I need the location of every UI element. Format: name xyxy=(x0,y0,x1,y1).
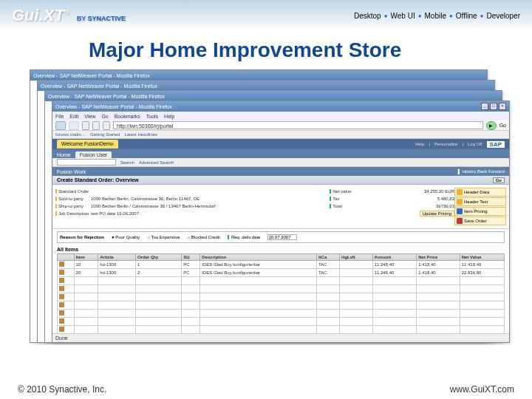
welcome-tab[interactable]: Welcome FusionDemo xyxy=(57,140,118,149)
status-bar: Done xyxy=(52,333,509,342)
url-bar[interactable]: http://iwn:50300/irj/portal xyxy=(113,121,483,129)
nav-developer[interactable]: Developer xyxy=(486,12,520,20)
reason-title: Reason for Rejection xyxy=(60,235,104,239)
personalize-link[interactable]: Personalize xyxy=(434,142,457,146)
nav-offline[interactable]: Offline xyxy=(456,12,477,20)
all-items: All Items ItemArticleOrder QtySUDescript… xyxy=(57,245,505,334)
table-row[interactable] xyxy=(58,293,505,301)
req-deliv-label: Req. deliv.date xyxy=(228,235,261,239)
maximize-icon[interactable]: □ xyxy=(490,103,497,110)
slide-title: Major Home Improvement Store xyxy=(0,31,532,69)
table-row[interactable] xyxy=(58,277,505,285)
menu-bookmarks[interactable]: Bookmarks xyxy=(115,114,140,119)
footer-url: www.GuiXT.com xyxy=(450,384,514,395)
form-header: Create Standard Order: Overview Go xyxy=(52,176,509,185)
nav-mobile[interactable]: Mobile xyxy=(425,12,446,20)
row-icon[interactable] xyxy=(59,270,64,275)
nav-desktop[interactable]: Desktop xyxy=(354,12,381,20)
side-actions: Header Data Header Text Item Pricing Sav… xyxy=(454,188,506,225)
row-icon[interactable] xyxy=(59,302,64,307)
table-row[interactable] xyxy=(58,326,505,334)
forward-button[interactable] xyxy=(69,121,79,130)
bookmark-item[interactable]: Getting Started xyxy=(90,132,120,137)
table-header-row: ItemArticleOrder QtySUDescriptionItCaHgL… xyxy=(58,254,505,261)
tab-home[interactable]: Home xyxy=(52,151,75,158)
logo: Gui.XT® BY SYNACTIVE xyxy=(12,6,126,25)
stop-button[interactable] xyxy=(92,121,100,130)
close-icon[interactable]: × xyxy=(499,103,506,110)
text-icon xyxy=(457,199,463,205)
menu-view[interactable]: View xyxy=(84,114,95,119)
back-button[interactable] xyxy=(55,121,66,130)
radio-poor-quality[interactable]: ● Poor Quality xyxy=(112,235,140,239)
window-stack: Overview - SAP NetWeaver Portal - Mozill… xyxy=(30,69,502,350)
sap-logo: SAP xyxy=(487,141,505,148)
req-deliv-date-input[interactable] xyxy=(267,234,297,240)
form-area: Standard Order Sold-to party1000 Becker … xyxy=(52,185,509,229)
advanced-search-link[interactable]: Advanced Search xyxy=(139,160,174,165)
table-row[interactable] xyxy=(58,318,505,326)
price-icon xyxy=(457,208,463,214)
header-data-button[interactable]: Header Data xyxy=(454,188,506,197)
menu-edit[interactable]: Edit xyxy=(69,114,78,119)
reload-button[interactable] xyxy=(82,121,89,130)
go-button[interactable]: Go xyxy=(493,177,505,183)
tab-fusion-user[interactable]: Fusion User xyxy=(75,151,112,158)
table-row[interactable] xyxy=(58,285,505,293)
table-row[interactable]: 10hd-13001PCIDES Glad Boy konfigurierbar… xyxy=(58,261,505,269)
row-icon[interactable] xyxy=(59,294,64,299)
menu-tools[interactable]: Tools xyxy=(146,114,158,119)
table-row[interactable] xyxy=(58,310,505,318)
minimize-icon[interactable]: _ xyxy=(481,103,488,110)
menu-go[interactable]: Go xyxy=(101,114,108,119)
slide-footer: © 2010 Synactive, Inc. www.GuiXT.com xyxy=(0,384,532,395)
menu-bar: File Edit View Go Bookmarks Tools Help xyxy=(52,112,509,120)
nav-toolbar: http://iwn:50300/irj/portal ▶ Go xyxy=(52,120,509,131)
row-icon[interactable] xyxy=(59,318,64,324)
search-bar: Search Advanced Search xyxy=(52,158,509,167)
row-icon[interactable] xyxy=(59,278,64,283)
portal-header: Welcome FusionDemo Help| Personalize| Lo… xyxy=(52,139,509,149)
search-label[interactable]: Search xyxy=(120,160,134,165)
panel-header: Fusion Work ▌ History Back Forward xyxy=(52,167,509,176)
save-order-button[interactable]: Save Order xyxy=(454,216,506,225)
bookmark-item[interactable]: futures.tradin… xyxy=(55,132,86,137)
sheet-icon xyxy=(457,189,463,195)
slide-header: Gui.XT® BY SYNACTIVE Desktop● Web UI● Mo… xyxy=(0,0,532,31)
radio-blocked-credit[interactable]: ○ Blocked Credit xyxy=(188,235,220,239)
logoff-link[interactable]: Log Off xyxy=(468,142,482,146)
table-row[interactable] xyxy=(58,301,505,310)
bookmark-item[interactable]: Latest Headlines xyxy=(124,132,157,137)
row-icon[interactable] xyxy=(59,286,64,291)
all-items-title: All Items xyxy=(57,245,505,253)
portal-tabs: Home Fusion User xyxy=(52,149,509,158)
browser-window: Overview - SAP NetWeaver Portal - Mozill… xyxy=(52,100,510,343)
menu-file[interactable]: File xyxy=(55,114,64,119)
window-title: Overview - SAP NetWeaver Portal - Mozill… xyxy=(55,104,172,109)
radio-too-expensive[interactable]: ○ Too Expensive xyxy=(147,235,180,239)
row-icon[interactable] xyxy=(59,310,64,316)
item-pricing-button[interactable]: Item Pricing xyxy=(454,207,506,216)
form-title: Create Standard Order: Overview xyxy=(57,177,139,183)
go-button[interactable]: ▶ xyxy=(486,121,497,130)
update-pricing-button[interactable]: Update Pricing xyxy=(420,211,454,216)
bookmark-toolbar: futures.tradin… Getting Started Latest H… xyxy=(52,131,509,139)
menu-help[interactable]: Help xyxy=(164,114,174,119)
top-nav: Desktop● Web UI● Mobile● Offline● Develo… xyxy=(354,12,520,20)
home-button[interactable] xyxy=(103,121,110,130)
help-link[interactable]: Help xyxy=(415,142,424,146)
go-label: Go xyxy=(499,123,506,128)
row-icon[interactable] xyxy=(59,327,64,332)
reason-box: Reason for Rejection ● Poor Quality ○ To… xyxy=(57,231,505,243)
save-icon xyxy=(457,218,463,224)
titlebar: Overview - SAP NetWeaver Portal - Mozill… xyxy=(52,101,509,112)
row-icon[interactable] xyxy=(59,262,64,267)
search-input[interactable] xyxy=(57,159,116,166)
items-table: ItemArticleOrder QtySUDescriptionItCaHgL… xyxy=(57,253,505,334)
panel-title: Fusion Work xyxy=(57,169,86,174)
header-text-button[interactable]: Header Text xyxy=(454,197,506,206)
table-row[interactable]: 20hd-13002PCIDES Glad Boy konfigurierbar… xyxy=(58,269,505,277)
nav-webui[interactable]: Web UI xyxy=(391,12,415,20)
copyright: © 2010 Synactive, Inc. xyxy=(18,384,106,395)
